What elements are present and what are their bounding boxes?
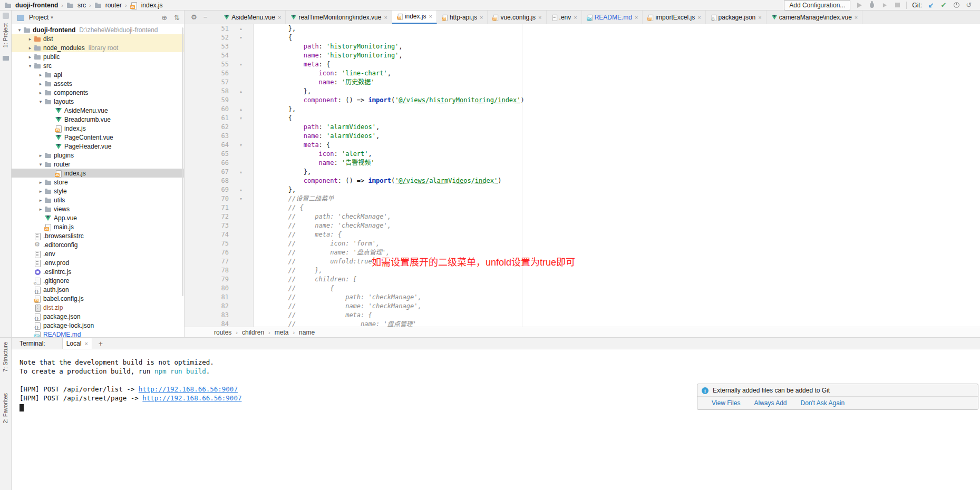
chevron-right-icon[interactable]: ▸ — [37, 81, 44, 86]
code-line[interactable]: 80 // { — [185, 284, 980, 293]
code-line[interactable]: 60▴ }, — [185, 105, 980, 114]
terminal-output[interactable]: Note that the development build is not o… — [12, 349, 980, 490]
chevron-right-icon[interactable]: ▸ — [37, 90, 44, 95]
line-number[interactable]: 73 — [185, 221, 229, 230]
line-number[interactable]: 66 — [185, 159, 229, 168]
fold-marker[interactable]: ▴ — [229, 185, 253, 194]
debug-button[interactable] — [868, 2, 876, 9]
code-line[interactable]: 64▾ meta: { — [185, 141, 980, 150]
tree-item-asidemenu-vue[interactable]: AsideMenu.vue — [12, 106, 184, 115]
line-number[interactable]: 84 — [185, 320, 229, 327]
line-number[interactable]: 81 — [185, 293, 229, 302]
tree-item-style[interactable]: ▸style — [12, 187, 184, 195]
tree-item-store[interactable]: ▸store — [12, 178, 184, 187]
breadcrumb-item-src[interactable]: src — [66, 2, 86, 9]
tree-item-pagecontent-vue[interactable]: PageContent.vue — [12, 133, 184, 142]
terminal-tab-local[interactable]: Local × — [62, 338, 92, 349]
code-editor[interactable]: 51▴ },52▾ {53 path: 'historyMonitoring',… — [185, 24, 980, 327]
line-number[interactable]: 51 — [185, 24, 229, 33]
tree-item-readme-md[interactable]: README.md — [12, 330, 184, 337]
line-number[interactable]: 68 — [185, 177, 229, 185]
settings-gear-icon[interactable]: ⚙ — [191, 13, 197, 21]
line-number[interactable]: 72 — [185, 212, 229, 221]
tree-item-node-modules[interactable]: ▸node_moduleslibrary root — [12, 43, 184, 52]
chevron-down-icon[interactable]: ▾ — [37, 162, 44, 167]
tab-package-json[interactable]: package.json× — [706, 11, 766, 24]
tab-realtimemonitoring-index-vue[interactable]: realTimeMonitoring\index.vue× — [286, 11, 392, 24]
tab-vue-config-js[interactable]: vue.config.js× — [488, 11, 546, 24]
code-line[interactable]: 67▴ }, — [185, 168, 980, 177]
tree-item-assets[interactable]: ▸assets — [12, 79, 184, 88]
line-number[interactable]: 75 — [185, 239, 229, 248]
code-line[interactable]: 52▾ { — [185, 33, 980, 42]
tab-asidemenu-vue[interactable]: AsideMenu.vue× — [219, 11, 286, 24]
notification-link-don-t-ask-again[interactable]: Don't Ask Again — [801, 399, 845, 407]
code-line[interactable]: 76 // name: '盘点管理', — [185, 248, 980, 257]
tree-item-plugins[interactable]: ▸plugins — [12, 151, 184, 160]
tree-item-components[interactable]: ▸components — [12, 88, 184, 97]
tab-env[interactable]: .env× — [547, 11, 582, 24]
line-number[interactable]: 58 — [185, 87, 229, 96]
fold-marker[interactable]: ▴ — [229, 24, 253, 33]
code-line[interactable]: 73 // name: 'checkManage', — [185, 221, 980, 230]
line-number[interactable]: 62 — [185, 123, 229, 132]
tree-item-layouts[interactable]: ▾layouts — [12, 97, 184, 106]
close-icon[interactable]: × — [480, 14, 483, 21]
line-number[interactable]: 60 — [185, 105, 229, 114]
line-number[interactable]: 76 — [185, 248, 229, 257]
line-number[interactable]: 64 — [185, 141, 229, 150]
line-number[interactable]: 67 — [185, 168, 229, 177]
vcs-update-button[interactable]: ↙ — [927, 2, 935, 9]
line-number[interactable]: 74 — [185, 230, 229, 239]
add-configuration-button[interactable]: Add Configuration... — [784, 0, 850, 11]
hide-panel-icon[interactable]: − — [203, 13, 208, 21]
tree-item-app-vue[interactable]: App.vue — [12, 213, 184, 222]
code-line[interactable]: 51▴ }, — [185, 24, 980, 33]
close-icon[interactable]: × — [538, 14, 541, 21]
line-number[interactable]: 83 — [185, 311, 229, 320]
chevron-right-icon[interactable]: ▸ — [37, 72, 44, 77]
chevron-down-icon[interactable]: ▾ — [37, 99, 44, 104]
close-icon[interactable]: × — [758, 14, 761, 21]
tree-item-pageheader-vue[interactable]: PageHeader.vue — [12, 142, 184, 151]
tab-index-js[interactable]: index.js× — [392, 11, 437, 24]
tree-item-dist[interactable]: ▸dist — [12, 34, 184, 43]
tree-item-index-js[interactable]: index.js — [12, 169, 184, 178]
tree-item-auth-json[interactable]: auth.json — [12, 285, 184, 294]
tree-item-gitignore[interactable]: .gitignore — [12, 276, 184, 285]
locate-file-button[interactable]: ⊕ — [161, 14, 167, 22]
fold-marker[interactable]: ▴ — [229, 87, 253, 96]
chevron-right-icon[interactable]: ▸ — [37, 189, 44, 194]
code-line[interactable]: 55▾ meta: { — [185, 60, 980, 69]
line-number[interactable]: 56 — [185, 69, 229, 78]
code-line[interactable]: 58▴ }, — [185, 87, 980, 96]
breadcrumb-item-duoji-frontend[interactable]: duoji-frontend — [4, 2, 58, 9]
tree-item-duoji-frontend[interactable]: ▾duoji-frontendD:\zheheWeb\duoji-fronten… — [12, 25, 184, 34]
fold-marker[interactable]: ▾ — [229, 194, 253, 203]
close-icon[interactable]: × — [384, 14, 387, 21]
chevron-right-icon[interactable]: ▸ — [26, 45, 34, 51]
code-line[interactable]: 71 // { — [185, 203, 980, 212]
line-number[interactable]: 63 — [185, 132, 229, 141]
line-number[interactable]: 53 — [185, 42, 229, 51]
line-number[interactable]: 55 — [185, 60, 229, 69]
code-line[interactable]: 61▾ { — [185, 114, 980, 123]
tree-item-package-lock-json[interactable]: package-lock.json — [12, 321, 184, 330]
tree-item-breadcrumb-vue[interactable]: Breadcrumb.vue — [12, 115, 184, 124]
fold-marker[interactable]: ▾ — [229, 60, 253, 69]
chevron-right-icon[interactable]: ▸ — [26, 36, 34, 42]
code-line[interactable]: 56 icon: 'line-chart', — [185, 69, 980, 78]
tree-item-src[interactable]: ▾src — [12, 61, 184, 70]
code-line[interactable]: 53 path: 'historyMonitoring', — [185, 42, 980, 51]
code-line[interactable]: 57 name: '历史数据' — [185, 78, 980, 87]
code-line[interactable]: 72 // path: 'checkManage', — [185, 212, 980, 221]
chevron-down-icon[interactable]: ▾ — [26, 63, 34, 68]
code-line[interactable]: 77 // unfold:true — [185, 257, 980, 266]
code-line[interactable]: 81 // path: 'checkManage', — [185, 293, 980, 302]
project-panel-title[interactable]: Project — [29, 14, 48, 21]
line-number[interactable]: 69 — [185, 185, 229, 194]
line-number[interactable]: 79 — [185, 275, 229, 284]
line-number[interactable]: 82 — [185, 302, 229, 311]
fold-marker[interactable]: ▴ — [229, 105, 253, 114]
tab-http-api-js[interactable]: http-api.js× — [437, 11, 488, 24]
